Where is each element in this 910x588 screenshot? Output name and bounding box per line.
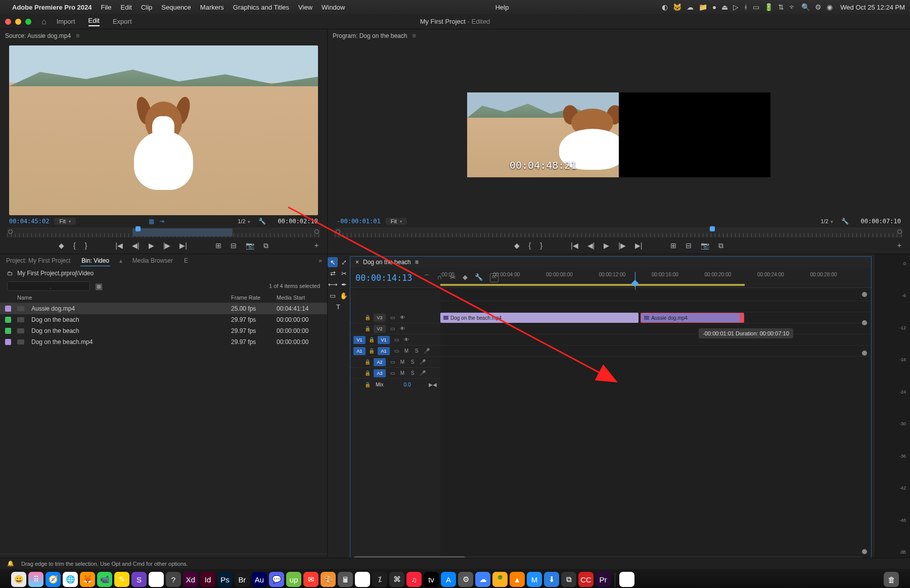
menu-sequence[interactable]: Sequence [161, 4, 191, 11]
wifi2-icon[interactable]: ⇅ [778, 3, 784, 11]
tab-bin[interactable]: Bin: Video [80, 256, 110, 266]
dock-app-21[interactable]: ⁒ [372, 572, 387, 587]
menu-view[interactable]: View [298, 4, 312, 11]
siri-icon[interactable]: ◉ [827, 3, 833, 11]
dock-app-13[interactable]: Br [235, 572, 250, 587]
track-v3-header[interactable]: V3▭👁 [350, 312, 440, 323]
dock-app-3[interactable]: 🌐 [63, 572, 78, 587]
snap-icon[interactable]: ⌒ [424, 273, 430, 282]
goto-out-icon[interactable]: ▶| [635, 241, 643, 250]
dock-app-19[interactable]: 🖩 [338, 572, 353, 587]
goto-in-icon[interactable]: |◀ [115, 241, 123, 250]
play-button[interactable]: ▶ [604, 241, 609, 250]
comparison-icon[interactable]: ⧉ [718, 241, 723, 250]
source-resolution-select[interactable]: 1/2 [238, 218, 250, 224]
dock-app-33[interactable]: CC [578, 572, 594, 587]
table-row[interactable]: Dog on the beach29.97 fps00:00:00:00 [0, 325, 327, 336]
dock-app-15[interactable]: 💬 [269, 572, 284, 587]
program-panel-header[interactable]: Program: Dog on the beach ≡ [328, 29, 910, 42]
tag-icon[interactable]: ⏏︎ [721, 3, 728, 11]
type-tool[interactable]: T [333, 302, 343, 312]
source-panel-header[interactable]: Source: Aussie dog.mp4 ≡ [0, 29, 327, 42]
dock-app-2[interactable]: 🧭 [46, 572, 61, 587]
track-a2-header[interactable]: A2▭MS🎤 [350, 357, 440, 368]
sync-icon[interactable]: ◐ [662, 3, 668, 11]
dock-app-7[interactable]: S [131, 572, 147, 587]
trim-handle[interactable] [740, 313, 744, 323]
program-scrubber[interactable] [335, 227, 903, 237]
dock-app-35[interactable]: ▤ [619, 572, 634, 587]
timeline-clip[interactable]: Dog on the beach.mp4 [440, 313, 639, 323]
dock-app-30[interactable]: M [527, 572, 542, 587]
menu-window[interactable]: Window [322, 4, 345, 11]
settings-icon[interactable]: 🔧 [841, 218, 849, 225]
rectangle-tool[interactable]: ▭ [328, 290, 338, 301]
tab-media-browser[interactable]: Media Browser [131, 256, 174, 266]
timeline-clip-selected[interactable]: Aussie dog.mp4 [641, 313, 744, 323]
search-icon[interactable]: 🔍 [801, 3, 810, 11]
panel-menu-icon[interactable]: ≡ [415, 259, 419, 266]
cloud-icon[interactable]: ☁︎ [687, 3, 694, 11]
export-frame-icon[interactable]: 📷 [701, 241, 709, 250]
extract-icon[interactable]: ⊟ [686, 241, 692, 250]
dock-app-0[interactable]: 😀 [11, 572, 26, 587]
step-fwd-icon[interactable]: |▶ [163, 241, 171, 250]
dock-app-27[interactable]: ☁︎ [475, 572, 490, 587]
dock-app-10[interactable]: Xd [183, 572, 198, 587]
settings-icon[interactable]: 🔧 [258, 218, 266, 225]
program-monitor-video[interactable]: 00:04:48:21 [467, 92, 770, 177]
play-icon[interactable]: ▷ [733, 3, 739, 11]
display-icon[interactable]: ▭ [753, 3, 759, 11]
dock-app-17[interactable]: ✉︎ [303, 572, 318, 587]
overflow-icon[interactable]: » [318, 257, 322, 264]
dock-app-22[interactable]: ⌘ [389, 572, 404, 587]
source-timecode-in[interactable]: 00:04:45:02 [9, 218, 49, 225]
lift-icon[interactable]: ⊞ [670, 241, 676, 250]
dock-app-20[interactable]: 25 [355, 572, 370, 587]
menu-file[interactable]: File [101, 4, 112, 11]
source-zoom-select[interactable]: Fit [54, 218, 75, 225]
close-window-button[interactable] [5, 19, 11, 25]
play-button[interactable]: ▶ [149, 241, 154, 250]
timeline-timecode[interactable]: 00:00:14:13 [355, 273, 413, 283]
source-monitor-video[interactable] [9, 45, 318, 215]
tab-project[interactable]: Project: My First Project [5, 256, 71, 266]
circle-icon[interactable]: ● [712, 3, 716, 11]
dock-app-23[interactable]: ♫ [406, 572, 422, 587]
slip-tool[interactable]: ⟷ [328, 279, 338, 289]
bluetooth-icon[interactable]: ᚼ [744, 3, 748, 11]
button-editor-icon[interactable]: ＋ [896, 241, 903, 250]
panel-menu-icon[interactable]: ≡ [412, 32, 416, 39]
tab-e[interactable]: E [183, 256, 189, 266]
workspace-tab-import[interactable]: Import [57, 18, 75, 25]
dock-app-31[interactable]: ⬇︎ [544, 572, 559, 587]
mark-out-icon[interactable]: } [540, 241, 542, 250]
dock-app-9[interactable]: ? [166, 572, 181, 587]
table-row[interactable]: Dog on the beach.mp429.97 fps00:00:00:00 [0, 336, 327, 348]
step-fwd-icon[interactable]: |▶ [618, 241, 626, 250]
program-resolution-select[interactable]: 1/2 [821, 218, 833, 224]
dock-app-16[interactable]: up [286, 572, 301, 587]
mix-track-header[interactable]: Mix0.0▶◀ [350, 379, 440, 390]
sequence-name[interactable]: Dog on the beach [363, 259, 411, 266]
goto-in-icon[interactable]: |◀ [571, 241, 578, 250]
control-center-icon[interactable]: ⚙︎ [815, 3, 822, 11]
sort-icon[interactable]: ▴ [119, 257, 122, 264]
dock-app-4[interactable]: 🦊 [80, 572, 95, 587]
ripple-edit-tool[interactable]: ⇄ [328, 268, 338, 278]
workspace-tab-edit[interactable]: Edit [88, 17, 100, 26]
timeline-ruler[interactable]: :00:0000:00:04:0000:00:08:0000:00:12:000… [440, 272, 863, 286]
dock-app-34[interactable]: Pr [596, 572, 611, 587]
add-marker-icon[interactable]: ◆ [514, 241, 520, 250]
zoom-window-button[interactable] [25, 19, 31, 25]
menu-clip[interactable]: Clip [141, 4, 152, 11]
comparison-icon[interactable]: ⧉ [263, 241, 268, 250]
menu-help[interactable]: Help [495, 4, 509, 11]
insert-icon[interactable]: ⊞ [215, 241, 221, 250]
track-select-tool[interactable]: ⤢ [339, 257, 349, 267]
dock-app-24[interactable]: tv [424, 572, 439, 587]
mark-in-icon[interactable]: { [529, 241, 531, 250]
folder-icon[interactable]: 📁 [699, 3, 707, 11]
inpoint-icon[interactable]: ▦ [149, 218, 154, 225]
outpoint-icon[interactable]: ⇥ [159, 218, 164, 225]
